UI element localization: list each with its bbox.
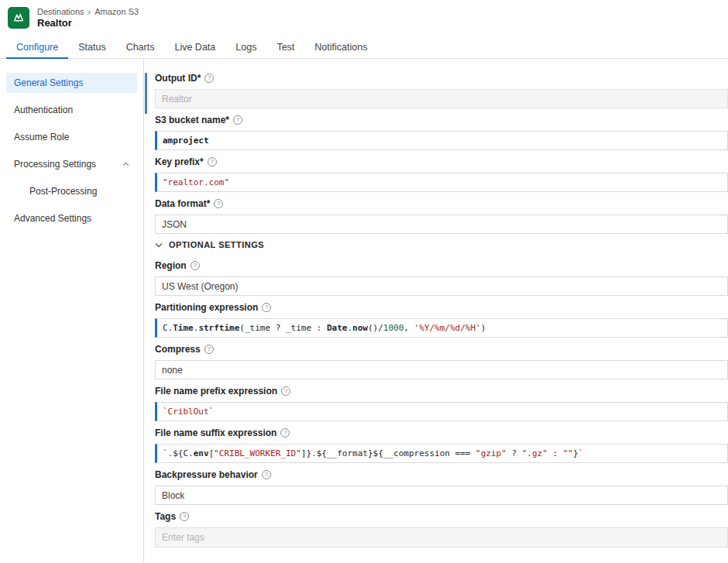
- tags-input-wrap: [155, 527, 728, 548]
- help-icon[interactable]: ?: [191, 261, 200, 270]
- tab-bar: Configure Status Charts Live Data Logs T…: [0, 36, 728, 59]
- key-prefix-input[interactable]: "realtor.com": [155, 173, 728, 192]
- sidebar-item-label: Post-Processing: [29, 186, 97, 197]
- label-text: Region: [155, 260, 187, 271]
- help-icon[interactable]: ?: [262, 303, 271, 312]
- field-file-name-prefix-expression: File name prefix expression ? `CriblOut`: [155, 386, 728, 421]
- field-partitioning-expression: Partitioning expression ? C.Time.strftim…: [155, 302, 728, 338]
- label-text: S3 bucket name*: [155, 115, 229, 125]
- scrollbar-thumb[interactable]: [145, 73, 147, 114]
- label-text: Tags: [155, 511, 176, 522]
- label-text: Key prefix*: [155, 156, 204, 167]
- breadcrumb-separator: ›: [88, 7, 91, 16]
- output-id-label: Output ID* ?: [155, 73, 728, 84]
- field-key-prefix: Key prefix* ? "realtor.com": [155, 156, 728, 192]
- help-icon[interactable]: ?: [208, 157, 217, 166]
- optional-settings-toggle[interactable]: OPTIONAL SETTINGS: [155, 240, 728, 249]
- sidebar-item-label: Assume Role: [14, 132, 69, 142]
- region-value: US West (Oregon): [162, 281, 238, 292]
- configure-form: Output ID* ? S3 bucket name* ? amproject…: [144, 59, 728, 562]
- s3-bucket-name-label: S3 bucket name* ?: [155, 115, 728, 125]
- field-region: Region ? US West (Oregon): [155, 260, 728, 296]
- compress-select[interactable]: none: [155, 360, 728, 379]
- sidebar-item-label: Advanced Settings: [14, 213, 91, 224]
- help-icon[interactable]: ?: [204, 74, 214, 83]
- chevron-down-icon: [155, 242, 163, 248]
- tab-charts[interactable]: Charts: [116, 36, 165, 58]
- field-compress: Compress ? none: [155, 344, 728, 379]
- sidebar-item-label: General Settings: [14, 77, 83, 88]
- app-header: Destinations › Amazon S3 Realtor: [0, 0, 728, 36]
- sidebar-item-post-processing[interactable]: Post-Processing: [6, 181, 137, 201]
- s3-bucket-name-input[interactable]: amproject: [155, 131, 728, 150]
- tab-live-data[interactable]: Live Data: [164, 36, 225, 58]
- field-s3-bucket-name: S3 bucket name* ? amproject: [155, 115, 728, 150]
- sidebar-item-label: Processing Settings: [14, 159, 96, 170]
- label-text: File name prefix expression: [155, 386, 277, 397]
- label-text: Compress: [155, 344, 201, 355]
- file-name-prefix-input[interactable]: `CriblOut`: [155, 402, 728, 421]
- tab-test[interactable]: Test: [266, 36, 304, 58]
- output-id-input-wrap: [155, 89, 728, 108]
- key-prefix-label: Key prefix* ?: [155, 156, 728, 167]
- file-name-suffix-label: File name suffix expression ?: [155, 427, 728, 438]
- help-icon[interactable]: ?: [204, 345, 214, 354]
- sidebar-item-authentication[interactable]: Authentication: [6, 100, 137, 120]
- compress-value: none: [162, 365, 183, 376]
- tab-status[interactable]: Status: [68, 36, 115, 58]
- tab-notifications[interactable]: Notifications: [304, 36, 377, 58]
- tags-input[interactable]: [162, 532, 721, 543]
- tags-label: Tags ?: [155, 511, 728, 522]
- sidebar-item-label: Authentication: [14, 105, 73, 115]
- partitioning-expression-label: Partitioning expression ?: [155, 302, 728, 313]
- help-icon[interactable]: ?: [214, 199, 223, 208]
- optional-settings-heading: OPTIONAL SETTINGS: [169, 240, 264, 249]
- breadcrumb-amazon-s3[interactable]: Amazon S3: [94, 7, 139, 16]
- field-file-name-suffix-expression: File name suffix expression ? `.${C.env[…: [155, 427, 728, 463]
- region-select[interactable]: US West (Oregon): [155, 276, 728, 296]
- header-text: Destinations › Amazon S3 Realtor: [37, 7, 139, 29]
- label-text: File name suffix expression: [155, 427, 276, 438]
- help-icon[interactable]: ?: [180, 512, 189, 521]
- field-tags: Tags ?: [155, 511, 728, 548]
- breadcrumb: Destinations › Amazon S3: [37, 7, 139, 16]
- cribl-logo-icon: [12, 11, 26, 25]
- label-text: Backpressure behavior: [155, 469, 258, 480]
- file-name-suffix-input[interactable]: `.${C.env["CRIBL_WORKER_ID"]}.${__format…: [155, 444, 728, 463]
- help-icon[interactable]: ?: [233, 115, 242, 125]
- region-label: Region ?: [155, 260, 728, 271]
- label-text: Output ID*: [155, 73, 201, 84]
- data-format-value: JSON: [162, 219, 187, 230]
- output-id-input: [162, 94, 721, 105]
- sidebar-item-processing-settings[interactable]: Processing Settings: [6, 154, 137, 174]
- data-format-label: Data format* ?: [155, 198, 728, 209]
- field-output-id: Output ID* ?: [155, 73, 728, 108]
- tab-logs[interactable]: Logs: [225, 36, 266, 58]
- sidebar-item-general-settings[interactable]: General Settings: [6, 73, 137, 93]
- tab-configure[interactable]: Configure: [6, 36, 68, 58]
- label-text: Data format*: [155, 198, 210, 209]
- help-icon[interactable]: ?: [280, 428, 290, 438]
- field-data-format: Data format* ? JSON: [155, 198, 728, 234]
- backpressure-value: Block: [162, 490, 184, 501]
- backpressure-behavior-select[interactable]: Block: [155, 486, 728, 505]
- settings-sidebar: General Settings Authentication Assume R…: [0, 59, 144, 562]
- chevron-up-icon: [122, 162, 129, 166]
- help-icon[interactable]: ?: [281, 386, 290, 396]
- partitioning-expression-input[interactable]: C.Time.strftime(_time ? _time : Date.now…: [155, 318, 728, 338]
- page-title: Realtor: [37, 17, 139, 29]
- cribl-logo[interactable]: [8, 7, 29, 29]
- breadcrumb-destinations[interactable]: Destinations: [37, 7, 84, 16]
- compress-label: Compress ?: [155, 344, 728, 355]
- field-backpressure-behavior: Backpressure behavior ? Block: [155, 469, 728, 505]
- backpressure-behavior-label: Backpressure behavior ?: [155, 469, 728, 480]
- help-icon[interactable]: ?: [262, 470, 271, 479]
- content-area: General Settings Authentication Assume R…: [0, 59, 728, 562]
- label-text: Partitioning expression: [155, 302, 258, 313]
- sidebar-item-advanced-settings[interactable]: Advanced Settings: [6, 208, 137, 228]
- sidebar-item-assume-role[interactable]: Assume Role: [6, 127, 137, 147]
- data-format-select[interactable]: JSON: [155, 215, 728, 234]
- file-name-prefix-label: File name prefix expression ?: [155, 386, 728, 397]
